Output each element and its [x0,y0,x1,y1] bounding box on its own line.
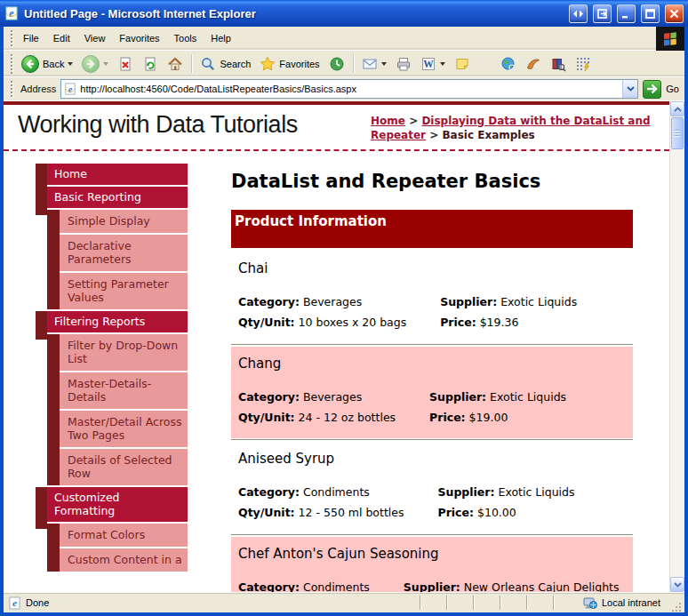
sidebar-item-setting-parameter-values[interactable]: Setting Parameter Values [60,273,188,309]
sidebar-item-format-colors[interactable]: Format Colors [60,524,188,547]
restore-out-button[interactable] [593,4,612,23]
field-label: Qty/Unit: [238,506,295,519]
refresh-button[interactable] [139,54,162,74]
menubar-grip[interactable] [10,29,13,47]
back-dropdown-icon [68,62,73,66]
edit-with-word-button[interactable]: W [417,54,449,74]
pan-left-right-button[interactable] [569,4,588,23]
mail-icon [362,56,378,72]
menu-help[interactable]: Help [204,29,238,47]
address-input[interactable]: e http://localhost:4560/Code/DataListRep… [60,79,638,99]
sidebar-item-simple-display[interactable]: Simple Display [60,210,188,233]
product-field: Qty/Unit: 10 boxes x 20 bags [238,312,440,332]
globe-icon [500,56,516,72]
scroll-up-button[interactable] [670,101,684,116]
address-label: Address [20,84,56,94]
back-label: Back [43,59,64,69]
sidebar-item-filtering-reports[interactable]: Filtering Reports [47,311,188,332]
product-field: Price: $19.00 [429,407,566,428]
minimize-button[interactable] [617,4,636,23]
home-button[interactable] [164,54,187,74]
scroll-down-button[interactable] [670,577,684,592]
back-button[interactable]: Back [18,53,76,75]
page-title: DataList and Repeater Basics [231,171,633,192]
svg-text:W: W [423,59,434,69]
sidebar-item-customized-formatting[interactable]: Customized Formatting [47,487,188,522]
media-books-button[interactable] [547,54,570,74]
sidebar-item-home[interactable]: Home [47,164,188,185]
sidebar-item-master-detail-across-two-pages[interactable]: Master/Detail Across Two Pages [60,411,188,447]
search-button[interactable]: Search [196,54,254,74]
status-separator [500,596,500,610]
local-intranet-icon [583,596,597,610]
close-button[interactable] [665,4,684,23]
sidebar-item-declarative-parameters[interactable]: Declarative Parameters [60,235,188,271]
product-field: Category: Condiments [238,482,438,502]
sidebar-item-master-details-details[interactable]: Master-Details-Details [60,372,188,409]
forward-icon [82,55,100,73]
scrollbar-thumb[interactable] [671,117,684,149]
field-value: 10 boxes x 20 bags [299,316,407,329]
status-zone-pane: Local intranet [580,596,666,610]
field-value: New Orleans Cajun Delights [464,580,620,592]
resize-grip[interactable] [670,601,682,612]
mail-button[interactable] [358,54,390,74]
breadcrumb-home-link[interactable]: Home [371,115,405,127]
menu-view[interactable]: View [77,29,113,47]
field-value: 12 - 550 ml bottles [299,506,404,519]
toolbar-grip[interactable] [10,53,13,74]
status-left-pane: e Done [8,596,415,610]
messenger-button[interactable] [522,54,545,74]
address-url: http://localhost:4560/Code/DataListRepea… [80,84,619,94]
product-details-table: Category: CondimentsSupplier: New Orlean… [238,577,620,592]
menu-bar: File Edit View Favorites Tools Help [4,27,684,51]
toolbar-separator [353,54,354,73]
history-button[interactable] [325,54,348,74]
addressbar-grip[interactable] [10,80,13,98]
svg-text:e: e [68,84,73,94]
scrollbar-track[interactable] [670,150,684,577]
menu-favorites[interactable]: Favorites [112,29,166,47]
go-label[interactable]: Go [666,84,679,94]
svg-text:e: e [9,7,14,20]
back-icon [21,55,39,73]
product-field: Category: Beverages [238,292,440,312]
favorites-button[interactable]: Favorites [256,54,323,74]
sidebar-item-details-of-selected-row[interactable]: Details of Selected Row [60,449,188,485]
product-field: Qty/Unit: 24 - 12 oz bottles [238,407,429,428]
field-value: $10.00 [477,506,516,519]
print-icon [396,56,412,72]
title-bar: e Untitled Page - Microsoft Internet Exp… [0,0,688,27]
ie-logo-icon: e [4,6,19,20]
field-label: Qty/Unit: [238,411,295,424]
menu-edit[interactable]: Edit [46,29,77,47]
favorites-star-icon [260,56,276,72]
status-separator [473,596,474,610]
sidebar-item-basic-reporting[interactable]: Basic Reporting [47,187,188,208]
msn-globe-button[interactable] [497,54,520,74]
page-header: Working with Data Tutorials Home > Displ… [4,105,669,151]
go-button[interactable] [643,80,661,99]
field-label: Price: [438,506,475,519]
sidebar-item-custom-content-in-a[interactable]: Custom Content in a [60,548,188,572]
field-label: Category: [238,295,300,308]
product-field: Price: $19.36 [440,312,577,332]
notes-button[interactable] [451,54,474,74]
menu-file[interactable]: File [16,29,46,47]
sidebar-item-filter-by-drop-down-list[interactable]: Filter by Drop-Down List [60,334,188,371]
done-page-icon: e [8,596,21,610]
stop-button[interactable] [114,54,137,74]
maximize-button[interactable] [641,4,660,23]
product-name: Chang [238,356,626,372]
script-grid-button[interactable] [572,54,595,74]
history-icon [329,56,345,72]
address-dropdown-button[interactable] [622,80,637,98]
script-grid-icon [575,56,591,72]
messenger-icon [525,56,541,72]
stop-icon [117,56,133,72]
print-button[interactable] [392,54,415,74]
forward-button[interactable] [78,53,112,75]
vertical-scrollbar[interactable] [669,101,684,592]
product-item: ChangCategory: BeveragesSupplier: Exotic… [231,347,633,438]
menu-tools[interactable]: Tools [167,29,204,47]
